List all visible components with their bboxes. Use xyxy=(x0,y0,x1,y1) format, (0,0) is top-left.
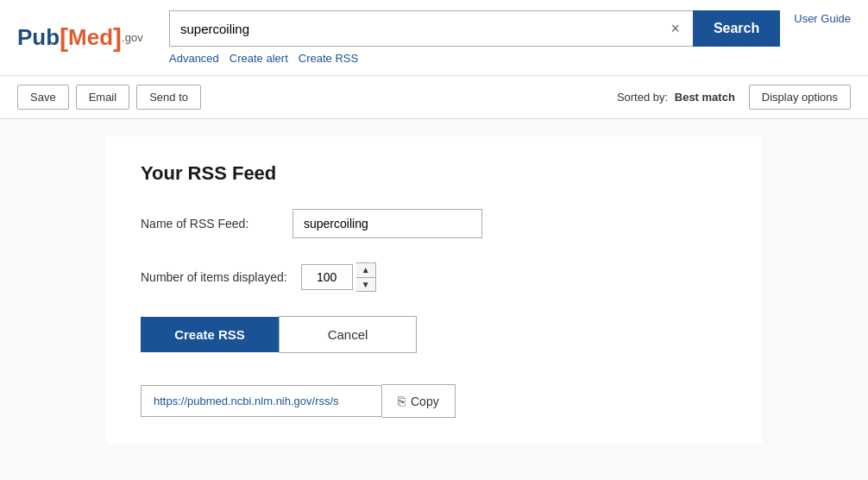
create-rss-button[interactable]: Create RSS xyxy=(141,317,279,352)
sort-label: Sorted by: Best match xyxy=(617,91,735,104)
email-button[interactable]: Email xyxy=(76,85,130,110)
user-guide-link[interactable]: User Guide xyxy=(794,12,851,25)
cancel-button[interactable]: Cancel xyxy=(279,316,417,353)
create-alert-link[interactable]: Create alert xyxy=(230,52,288,65)
spinner-down-button[interactable]: ▼ xyxy=(356,278,375,292)
copy-icon: ⎘ xyxy=(398,394,406,408)
search-input[interactable] xyxy=(169,10,693,47)
copy-label: Copy xyxy=(411,395,439,408)
save-button[interactable]: Save xyxy=(17,85,69,110)
url-row: https://pubmed.ncbi.nlm.nih.gov/rss/s ⎘ … xyxy=(141,384,727,418)
spinner-arrows: ▲ ▼ xyxy=(356,262,376,292)
items-spinner: ▲ ▼ xyxy=(301,262,376,292)
send-to-button[interactable]: Send to xyxy=(136,85,201,110)
rss-name-input[interactable] xyxy=(292,209,482,238)
copy-button[interactable]: ⎘ Copy xyxy=(382,384,456,418)
name-row: Name of RSS Feed: xyxy=(141,209,727,238)
header: Pub[Med].gov × Search Advanced Create al… xyxy=(0,0,868,76)
items-input[interactable] xyxy=(301,264,353,290)
name-label: Name of RSS Feed: xyxy=(141,217,279,231)
search-links: Advanced Create alert Create RSS xyxy=(169,52,780,65)
create-rss-link[interactable]: Create RSS xyxy=(299,52,358,65)
search-bar-container: × Search Advanced Create alert Create RS… xyxy=(169,10,780,65)
rss-url-display: https://pubmed.ncbi.nlm.nih.gov/rss/s xyxy=(141,385,382,417)
items-label: Number of items displayed: xyxy=(141,270,287,284)
logo-gov: .gov xyxy=(122,31,143,44)
items-row: Number of items displayed: ▲ ▼ xyxy=(141,262,727,292)
rss-form-title: Your RSS Feed xyxy=(141,162,727,185)
logo-bracket-open: [ xyxy=(60,25,68,51)
display-options-button[interactable]: Display options xyxy=(749,85,851,110)
button-row: Create RSS Cancel xyxy=(141,316,727,353)
main-content: Your RSS Feed Name of RSS Feed: Number o… xyxy=(106,136,762,444)
search-row: × Search xyxy=(169,10,780,47)
clear-button[interactable]: × xyxy=(665,18,686,39)
search-input-wrapper: × xyxy=(169,10,693,47)
logo-bracket-close: ] xyxy=(113,25,122,51)
logo-med: Med xyxy=(68,24,113,51)
search-button[interactable]: Search xyxy=(693,10,780,47)
logo-pub: Pub xyxy=(17,24,60,51)
spinner-up-button[interactable]: ▲ xyxy=(356,263,375,277)
pubmed-logo[interactable]: Pub[Med].gov xyxy=(17,24,155,51)
advanced-link[interactable]: Advanced xyxy=(169,52,219,65)
toolbar: Save Email Send to Sorted by: Best match… xyxy=(0,76,868,119)
